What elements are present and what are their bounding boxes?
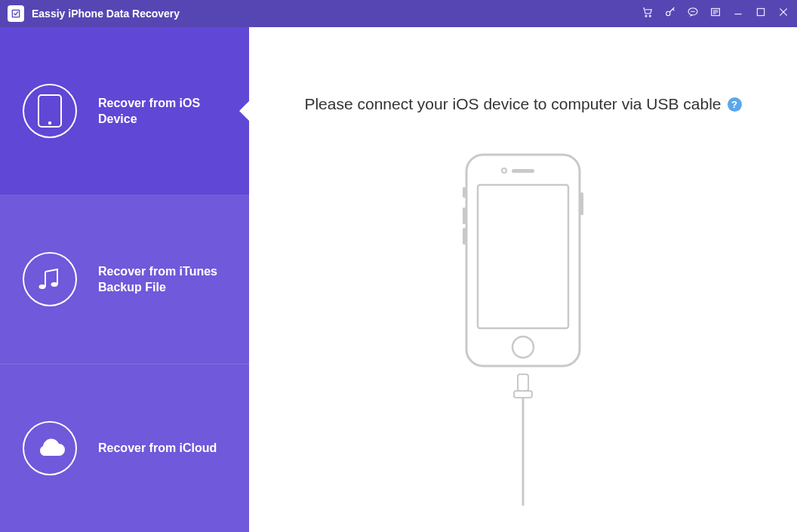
music-note-icon	[23, 252, 77, 306]
svg-rect-17	[463, 228, 466, 244]
app-logo	[8, 5, 24, 22]
minimize-icon[interactable]	[732, 6, 744, 21]
svg-point-0	[645, 15, 647, 17]
svg-rect-11	[478, 185, 568, 328]
sidebar-item-label: Recover from iOS Device	[98, 95, 219, 128]
help-icon[interactable]: ?	[728, 97, 742, 112]
maximize-icon[interactable]	[755, 6, 767, 21]
svg-point-14	[512, 337, 534, 358]
svg-rect-19	[518, 374, 528, 391]
sidebar-item-icloud[interactable]: Recover from iCloud	[0, 364, 249, 532]
svg-point-7	[48, 121, 51, 125]
titlebar-actions	[642, 6, 789, 21]
svg-rect-12	[512, 169, 534, 173]
svg-rect-5	[757, 8, 764, 15]
svg-rect-10	[466, 155, 580, 366]
svg-point-1	[649, 15, 651, 17]
svg-point-13	[502, 168, 506, 173]
main-panel: Please connect your iOS device to comput…	[249, 27, 797, 532]
chat-icon[interactable]	[687, 6, 699, 21]
svg-rect-16	[463, 208, 466, 224]
svg-point-8	[39, 284, 46, 289]
close-icon[interactable]	[777, 6, 789, 21]
instruction-text: Please connect your iOS device to comput…	[304, 95, 741, 113]
titlebar: Eassiy iPhone Data Recovery	[0, 0, 797, 27]
sidebar: Recover from iOS Device Recover from iTu…	[0, 27, 249, 532]
cart-icon[interactable]	[642, 6, 654, 21]
key-icon[interactable]	[664, 6, 676, 21]
phone-icon	[23, 84, 77, 138]
sidebar-item-itunes-backup[interactable]: Recover from iTunes Backup File	[0, 195, 249, 364]
svg-point-2	[666, 11, 670, 15]
app-title: Eassiy iPhone Data Recovery	[32, 8, 180, 20]
svg-rect-15	[463, 187, 466, 198]
instruction-label: Please connect your iOS device to comput…	[304, 95, 721, 113]
app-window: Eassiy iPhone Data Recovery	[0, 0, 797, 532]
svg-point-9	[51, 282, 58, 287]
menu-icon[interactable]	[709, 6, 722, 21]
cloud-icon	[23, 421, 77, 475]
sidebar-item-label: Recover from iCloud	[98, 440, 217, 457]
phone-illustration	[451, 151, 595, 506]
sidebar-item-ios-device[interactable]: Recover from iOS Device	[0, 27, 249, 195]
svg-rect-20	[514, 391, 532, 398]
svg-rect-18	[580, 192, 583, 215]
sidebar-item-label: Recover from iTunes Backup File	[98, 263, 219, 296]
app-body: Recover from iOS Device Recover from iTu…	[0, 27, 797, 532]
